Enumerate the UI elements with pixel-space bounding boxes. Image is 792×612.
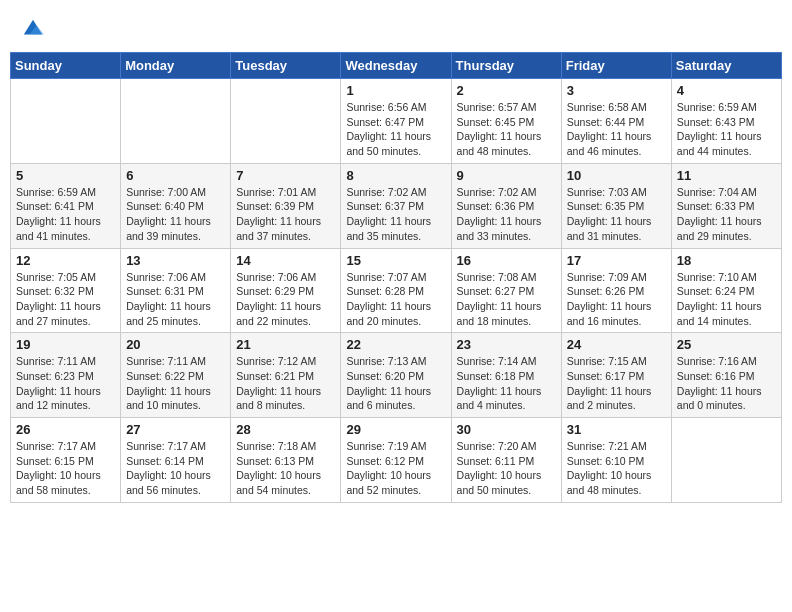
calendar-day-cell: 15Sunrise: 7:07 AMSunset: 6:28 PMDayligh… (341, 248, 451, 333)
day-number: 19 (16, 337, 115, 352)
day-number: 30 (457, 422, 556, 437)
calendar-header-row: SundayMondayTuesdayWednesdayThursdayFrid… (11, 53, 782, 79)
day-number: 15 (346, 253, 445, 268)
day-number: 10 (567, 168, 666, 183)
day-number: 20 (126, 337, 225, 352)
calendar-day-cell: 13Sunrise: 7:06 AMSunset: 6:31 PMDayligh… (121, 248, 231, 333)
calendar-week-row: 12Sunrise: 7:05 AMSunset: 6:32 PMDayligh… (11, 248, 782, 333)
day-number: 23 (457, 337, 556, 352)
day-number: 9 (457, 168, 556, 183)
day-number: 22 (346, 337, 445, 352)
calendar-day-cell: 9Sunrise: 7:02 AMSunset: 6:36 PMDaylight… (451, 163, 561, 248)
day-number: 11 (677, 168, 776, 183)
calendar-day-cell: 17Sunrise: 7:09 AMSunset: 6:26 PMDayligh… (561, 248, 671, 333)
day-number: 8 (346, 168, 445, 183)
calendar-day-cell: 18Sunrise: 7:10 AMSunset: 6:24 PMDayligh… (671, 248, 781, 333)
calendar-day-cell: 23Sunrise: 7:14 AMSunset: 6:18 PMDayligh… (451, 333, 561, 418)
day-info: Sunrise: 7:02 AMSunset: 6:37 PMDaylight:… (346, 185, 445, 244)
calendar-day-cell: 11Sunrise: 7:04 AMSunset: 6:33 PMDayligh… (671, 163, 781, 248)
day-info: Sunrise: 7:10 AMSunset: 6:24 PMDaylight:… (677, 270, 776, 329)
day-number: 1 (346, 83, 445, 98)
day-number: 29 (346, 422, 445, 437)
day-info: Sunrise: 6:59 AMSunset: 6:43 PMDaylight:… (677, 100, 776, 159)
day-info: Sunrise: 7:14 AMSunset: 6:18 PMDaylight:… (457, 354, 556, 413)
day-info: Sunrise: 7:06 AMSunset: 6:29 PMDaylight:… (236, 270, 335, 329)
logo (20, 18, 44, 40)
day-info: Sunrise: 7:21 AMSunset: 6:10 PMDaylight:… (567, 439, 666, 498)
day-of-week-header: Monday (121, 53, 231, 79)
day-number: 3 (567, 83, 666, 98)
day-of-week-header: Tuesday (231, 53, 341, 79)
day-number: 17 (567, 253, 666, 268)
calendar-day-cell: 22Sunrise: 7:13 AMSunset: 6:20 PMDayligh… (341, 333, 451, 418)
calendar-table: SundayMondayTuesdayWednesdayThursdayFrid… (10, 52, 782, 503)
calendar-day-cell: 29Sunrise: 7:19 AMSunset: 6:12 PMDayligh… (341, 418, 451, 503)
calendar-week-row: 26Sunrise: 7:17 AMSunset: 6:15 PMDayligh… (11, 418, 782, 503)
calendar-day-cell: 5Sunrise: 6:59 AMSunset: 6:41 PMDaylight… (11, 163, 121, 248)
calendar-day-cell: 24Sunrise: 7:15 AMSunset: 6:17 PMDayligh… (561, 333, 671, 418)
day-info: Sunrise: 7:07 AMSunset: 6:28 PMDaylight:… (346, 270, 445, 329)
day-number: 18 (677, 253, 776, 268)
day-number: 7 (236, 168, 335, 183)
calendar-day-cell: 4Sunrise: 6:59 AMSunset: 6:43 PMDaylight… (671, 79, 781, 164)
day-number: 16 (457, 253, 556, 268)
calendar-day-cell (11, 79, 121, 164)
day-number: 27 (126, 422, 225, 437)
page-header (10, 10, 782, 44)
day-number: 21 (236, 337, 335, 352)
day-info: Sunrise: 7:08 AMSunset: 6:27 PMDaylight:… (457, 270, 556, 329)
day-number: 25 (677, 337, 776, 352)
calendar-day-cell: 1Sunrise: 6:56 AMSunset: 6:47 PMDaylight… (341, 79, 451, 164)
calendar-day-cell: 31Sunrise: 7:21 AMSunset: 6:10 PMDayligh… (561, 418, 671, 503)
day-info: Sunrise: 7:12 AMSunset: 6:21 PMDaylight:… (236, 354, 335, 413)
day-info: Sunrise: 7:15 AMSunset: 6:17 PMDaylight:… (567, 354, 666, 413)
calendar-day-cell: 16Sunrise: 7:08 AMSunset: 6:27 PMDayligh… (451, 248, 561, 333)
day-info: Sunrise: 6:56 AMSunset: 6:47 PMDaylight:… (346, 100, 445, 159)
day-of-week-header: Sunday (11, 53, 121, 79)
calendar-day-cell: 8Sunrise: 7:02 AMSunset: 6:37 PMDaylight… (341, 163, 451, 248)
day-number: 26 (16, 422, 115, 437)
day-of-week-header: Friday (561, 53, 671, 79)
day-number: 13 (126, 253, 225, 268)
day-number: 28 (236, 422, 335, 437)
calendar-week-row: 5Sunrise: 6:59 AMSunset: 6:41 PMDaylight… (11, 163, 782, 248)
calendar-day-cell: 19Sunrise: 7:11 AMSunset: 6:23 PMDayligh… (11, 333, 121, 418)
day-info: Sunrise: 7:01 AMSunset: 6:39 PMDaylight:… (236, 185, 335, 244)
day-info: Sunrise: 7:17 AMSunset: 6:15 PMDaylight:… (16, 439, 115, 498)
calendar-day-cell: 28Sunrise: 7:18 AMSunset: 6:13 PMDayligh… (231, 418, 341, 503)
calendar-day-cell: 20Sunrise: 7:11 AMSunset: 6:22 PMDayligh… (121, 333, 231, 418)
calendar-day-cell (231, 79, 341, 164)
day-info: Sunrise: 7:00 AMSunset: 6:40 PMDaylight:… (126, 185, 225, 244)
calendar-day-cell: 7Sunrise: 7:01 AMSunset: 6:39 PMDaylight… (231, 163, 341, 248)
calendar-day-cell: 21Sunrise: 7:12 AMSunset: 6:21 PMDayligh… (231, 333, 341, 418)
day-info: Sunrise: 7:13 AMSunset: 6:20 PMDaylight:… (346, 354, 445, 413)
calendar-day-cell: 27Sunrise: 7:17 AMSunset: 6:14 PMDayligh… (121, 418, 231, 503)
day-number: 24 (567, 337, 666, 352)
calendar-day-cell: 6Sunrise: 7:00 AMSunset: 6:40 PMDaylight… (121, 163, 231, 248)
day-of-week-header: Thursday (451, 53, 561, 79)
logo-icon (22, 18, 44, 40)
day-info: Sunrise: 7:11 AMSunset: 6:22 PMDaylight:… (126, 354, 225, 413)
calendar-day-cell: 12Sunrise: 7:05 AMSunset: 6:32 PMDayligh… (11, 248, 121, 333)
day-info: Sunrise: 7:17 AMSunset: 6:14 PMDaylight:… (126, 439, 225, 498)
calendar-day-cell: 10Sunrise: 7:03 AMSunset: 6:35 PMDayligh… (561, 163, 671, 248)
day-number: 2 (457, 83, 556, 98)
day-info: Sunrise: 7:20 AMSunset: 6:11 PMDaylight:… (457, 439, 556, 498)
day-info: Sunrise: 7:05 AMSunset: 6:32 PMDaylight:… (16, 270, 115, 329)
calendar-day-cell (121, 79, 231, 164)
day-info: Sunrise: 6:58 AMSunset: 6:44 PMDaylight:… (567, 100, 666, 159)
day-info: Sunrise: 7:19 AMSunset: 6:12 PMDaylight:… (346, 439, 445, 498)
day-number: 5 (16, 168, 115, 183)
day-of-week-header: Saturday (671, 53, 781, 79)
calendar-week-row: 19Sunrise: 7:11 AMSunset: 6:23 PMDayligh… (11, 333, 782, 418)
day-info: Sunrise: 7:04 AMSunset: 6:33 PMDaylight:… (677, 185, 776, 244)
day-of-week-header: Wednesday (341, 53, 451, 79)
calendar-day-cell: 3Sunrise: 6:58 AMSunset: 6:44 PMDaylight… (561, 79, 671, 164)
day-info: Sunrise: 6:59 AMSunset: 6:41 PMDaylight:… (16, 185, 115, 244)
day-info: Sunrise: 6:57 AMSunset: 6:45 PMDaylight:… (457, 100, 556, 159)
day-info: Sunrise: 7:11 AMSunset: 6:23 PMDaylight:… (16, 354, 115, 413)
day-info: Sunrise: 7:09 AMSunset: 6:26 PMDaylight:… (567, 270, 666, 329)
calendar-day-cell: 30Sunrise: 7:20 AMSunset: 6:11 PMDayligh… (451, 418, 561, 503)
day-number: 4 (677, 83, 776, 98)
day-number: 6 (126, 168, 225, 183)
